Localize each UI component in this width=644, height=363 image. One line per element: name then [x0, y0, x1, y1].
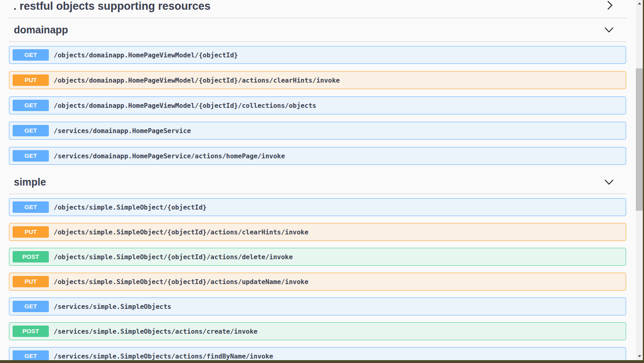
- chevron-down-icon[interactable]: [604, 179, 614, 185]
- operation-path: /objects/simple.SimpleObject/{objectId}/…: [54, 278, 308, 286]
- method-badge: PUT: [13, 276, 49, 287]
- method-badge: GET: [13, 100, 49, 111]
- scroll-up-arrow-icon: [638, 2, 641, 4]
- tag-header[interactable]: simple: [9, 171, 626, 194]
- chevron-right-icon[interactable]: [607, 0, 613, 10]
- operation-row[interactable]: GET /objects/domainapp.HomePageViewModel…: [9, 96, 626, 114]
- operation-row[interactable]: PUT /objects/domainapp.HomePageViewModel…: [9, 71, 626, 89]
- operation-row[interactable]: GET /services/domainapp.HomePageService: [9, 122, 626, 140]
- operation-row[interactable]: GET /services/simple.SimpleObjects: [9, 297, 626, 315]
- method-badge: PUT: [13, 74, 49, 86]
- tag-header[interactable]: domainapp: [9, 18, 626, 42]
- scrollbar-up-button[interactable]: [636, 0, 643, 7]
- scrollbar-thumb[interactable]: [636, 68, 643, 211]
- method-badge: PUT: [13, 226, 49, 238]
- operation-path: /services/simple.SimpleObjects/actions/f…: [54, 352, 273, 360]
- tag-section: simple GET /objects/simple.SimpleObject/…: [9, 171, 626, 363]
- method-badge: GET: [13, 49, 49, 61]
- operation-path: /objects/simple.SimpleObject/{objectId}/…: [54, 228, 308, 236]
- section-title: domainapp: [14, 24, 68, 36]
- operation-row[interactable]: GET /services/domainapp.HomePageService/…: [9, 147, 626, 165]
- operation-path: /objects/simple.SimpleObject/{objectId}/…: [54, 253, 293, 261]
- scrollbar-down-button[interactable]: [636, 353, 643, 360]
- api-title: . restful objects supporting resources: [13, 0, 211, 12]
- operation-path: /objects/domainapp.HomePageViewModel/{ob…: [54, 102, 316, 109]
- method-badge: GET: [13, 150, 49, 162]
- api-content: . restful objects supporting resources d…: [9, 0, 626, 363]
- operation-path: /objects/simple.SimpleObject/{objectId}: [54, 203, 207, 211]
- scrollbar[interactable]: [636, 0, 643, 360]
- method-badge: GET: [13, 201, 49, 213]
- chevron-down-icon[interactable]: [604, 27, 614, 33]
- operation-row[interactable]: POST /objects/simple.SimpleObject/{objec…: [9, 248, 626, 266]
- operation-row[interactable]: PUT /objects/simple.SimpleObject/{object…: [9, 273, 626, 291]
- method-badge: GET: [13, 301, 49, 312]
- operation-path: /services/domainapp.HomePageService: [54, 127, 191, 135]
- operation-row[interactable]: PUT /objects/simple.SimpleObject/{object…: [9, 223, 626, 241]
- operation-row[interactable]: POST /services/simple.SimpleObjects/acti…: [9, 322, 626, 340]
- swagger-page: . restful objects supporting resources d…: [0, 0, 644, 363]
- api-title-header[interactable]: . restful objects supporting resources: [9, 0, 626, 18]
- operation-row[interactable]: GET /objects/simple.SimpleObject/{object…: [9, 198, 626, 216]
- method-badge: POST: [13, 326, 49, 337]
- tag-section: domainapp GET /objects/domainapp.HomePag…: [9, 18, 626, 171]
- method-badge: POST: [13, 251, 49, 262]
- scroll-down-arrow-icon: [638, 355, 641, 357]
- sections: domainapp GET /objects/domainapp.HomePag…: [9, 18, 626, 363]
- operation-path: /services/domainapp.HomePageService/acti…: [54, 152, 285, 160]
- section-operations: GET /objects/simple.SimpleObject/{object…: [9, 194, 626, 363]
- section-operations: GET /objects/domainapp.HomePageViewModel…: [9, 42, 626, 171]
- section-title: simple: [14, 176, 46, 188]
- method-badge: GET: [13, 125, 49, 136]
- window-border-bottom: [0, 360, 644, 363]
- operation-path: /services/simple.SimpleObjects: [54, 303, 171, 311]
- operation-path: /objects/domainapp.HomePageViewModel/{ob…: [54, 77, 340, 84]
- operation-path: /objects/domainapp.HomePageViewModel/{ob…: [54, 51, 238, 59]
- operation-row[interactable]: GET /objects/domainapp.HomePageViewModel…: [9, 46, 626, 64]
- operation-path: /services/simple.SimpleObjects/actions/c…: [54, 328, 258, 335]
